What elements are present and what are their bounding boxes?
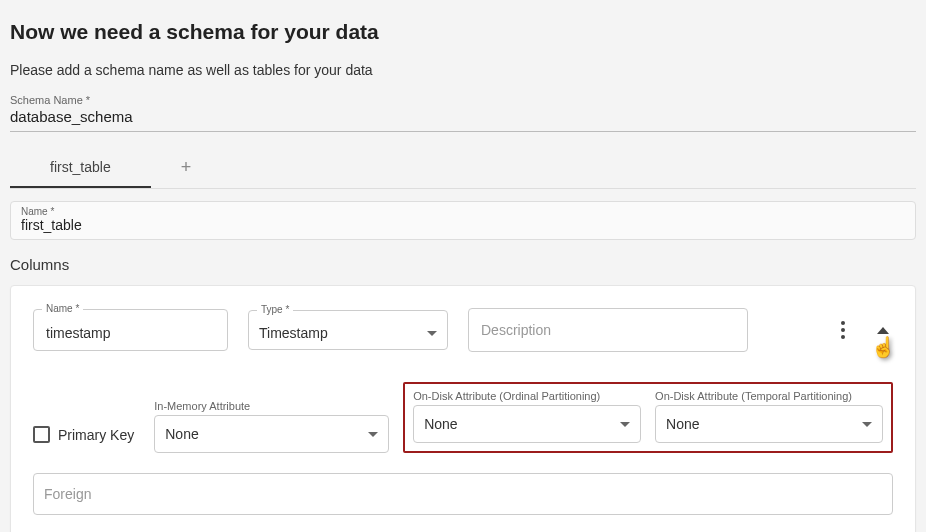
add-tab-button[interactable]: +	[151, 146, 222, 188]
column-name-label: Name *	[42, 303, 83, 314]
table-name-input[interactable]	[21, 217, 905, 233]
column-name-input[interactable]	[44, 324, 217, 342]
column-menu-button[interactable]	[837, 317, 849, 343]
tabs-bar: first_table +	[10, 146, 916, 189]
column-card: Name * Type * Timestamp ☝	[10, 285, 916, 532]
page-subtitle: Please add a schema name as well as tabl…	[10, 62, 916, 78]
ondisk-ordinal-select[interactable]: None	[413, 405, 641, 443]
primary-key-label: Primary Key	[58, 427, 134, 443]
ondisk-temporal-label: On-Disk Attribute (Temporal Partitioning…	[655, 390, 883, 402]
ondisk-highlight: On-Disk Attribute (Ordinal Partitioning)…	[403, 382, 893, 453]
table-name-label: Name *	[21, 206, 905, 217]
inmemory-attr-label: In-Memory Attribute	[154, 400, 389, 412]
schema-name-input[interactable]	[10, 106, 916, 132]
columns-heading: Columns	[10, 256, 916, 273]
column-type-select[interactable]: Type * Timestamp	[248, 310, 448, 350]
chevron-down-icon	[427, 331, 437, 336]
kebab-icon	[841, 321, 845, 325]
collapse-button[interactable]: ☝	[873, 323, 893, 338]
inmemory-attr-value: None	[165, 426, 198, 442]
column-desc-input[interactable]	[479, 321, 737, 339]
column-type-value: Timestamp	[259, 325, 419, 341]
ondisk-temporal-select[interactable]: None	[655, 405, 883, 443]
ondisk-ordinal-value: None	[424, 416, 457, 432]
plus-icon: +	[181, 157, 192, 177]
pointer-cursor-icon: ☝	[871, 335, 896, 359]
primary-key-checkbox[interactable]	[33, 426, 50, 443]
chevron-up-icon	[877, 327, 889, 334]
schema-name-label: Schema Name *	[10, 94, 916, 106]
ondisk-temporal-value: None	[666, 416, 699, 432]
ondisk-ordinal-label: On-Disk Attribute (Ordinal Partitioning)	[413, 390, 641, 402]
foreign-input[interactable]	[33, 473, 893, 515]
column-type-label: Type *	[257, 304, 293, 315]
column-desc-field[interactable]	[468, 308, 748, 352]
tab-first-table[interactable]: first_table	[10, 147, 151, 187]
column-name-field[interactable]: Name *	[33, 309, 228, 351]
inmemory-attr-select[interactable]: None	[154, 415, 389, 453]
page-title: Now we need a schema for your data	[10, 20, 916, 44]
chevron-down-icon	[620, 422, 630, 427]
chevron-down-icon	[368, 432, 378, 437]
chevron-down-icon	[862, 422, 872, 427]
